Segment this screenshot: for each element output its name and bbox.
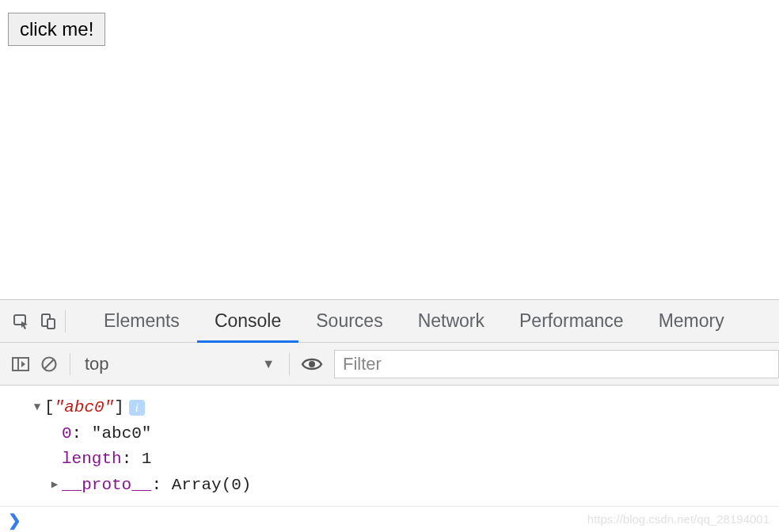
bracket-close: ] (114, 395, 124, 421)
disclosure-down-icon[interactable]: ▼ (32, 399, 43, 416)
prompt-caret-icon: ❯ (8, 511, 21, 530)
length-key: length (62, 446, 122, 473)
tab-elements[interactable]: Elements (86, 300, 197, 342)
console-length-row[interactable]: length: 1 (32, 446, 779, 473)
tab-memory[interactable]: Memory (641, 300, 742, 342)
toggle-sidebar-icon[interactable] (6, 343, 35, 386)
console-proto-row[interactable]: ▶__proto__: Array(0) (32, 473, 779, 499)
tab-performance[interactable]: Performance (502, 300, 641, 342)
length-value: 1 (142, 446, 152, 473)
watermark-text: https://blog.csdn.net/qq_28194001 (587, 512, 770, 526)
chevron-down-icon: ▼ (262, 357, 275, 371)
item-index: 0 (62, 421, 72, 447)
toolbar-divider-2 (289, 353, 290, 375)
proto-key: __proto__ (62, 473, 151, 499)
console-array-item[interactable]: 0: "abc0" (32, 421, 779, 447)
click-me-button[interactable]: click me! (8, 13, 105, 46)
tabbar-divider (65, 310, 66, 332)
bracket-open: [ (44, 395, 55, 421)
proto-value: Array(0) (172, 473, 252, 499)
tab-network[interactable]: Network (401, 300, 502, 342)
svg-rect-2 (48, 319, 55, 329)
devtools-panel: Elements Console Sources Network Perform… (0, 299, 779, 532)
disclosure-right-icon[interactable]: ▶ (49, 477, 60, 494)
svg-line-6 (44, 359, 54, 369)
context-label: top (85, 354, 109, 374)
info-icon[interactable]: i (129, 400, 145, 416)
page-viewport: click me! (0, 0, 779, 299)
live-expression-icon[interactable] (296, 356, 328, 372)
tab-console[interactable]: Console (197, 300, 298, 342)
devtools-tabs: Elements Console Sources Network Perform… (86, 300, 742, 342)
svg-rect-3 (13, 358, 28, 370)
filter-input[interactable] (334, 350, 779, 378)
item-value: "abc0" (92, 421, 152, 447)
tab-sources[interactable]: Sources (298, 300, 400, 342)
inspect-element-icon[interactable] (8, 300, 35, 343)
array-preview-value: "abc0" (55, 395, 115, 421)
devtools-tabbar: Elements Console Sources Network Perform… (0, 300, 779, 343)
console-array-summary[interactable]: ▼["abc0"] i (32, 395, 779, 421)
toolbar-divider-1 (70, 353, 70, 375)
context-selector[interactable]: top ▼ (77, 351, 283, 378)
console-output: ▼["abc0"] i 0: "abc0" length: 1 ▶__proto… (0, 386, 779, 501)
device-toolbar-icon[interactable] (35, 300, 62, 343)
svg-point-7 (309, 361, 315, 367)
clear-console-icon[interactable] (35, 343, 63, 386)
console-toolbar: top ▼ (0, 343, 779, 386)
